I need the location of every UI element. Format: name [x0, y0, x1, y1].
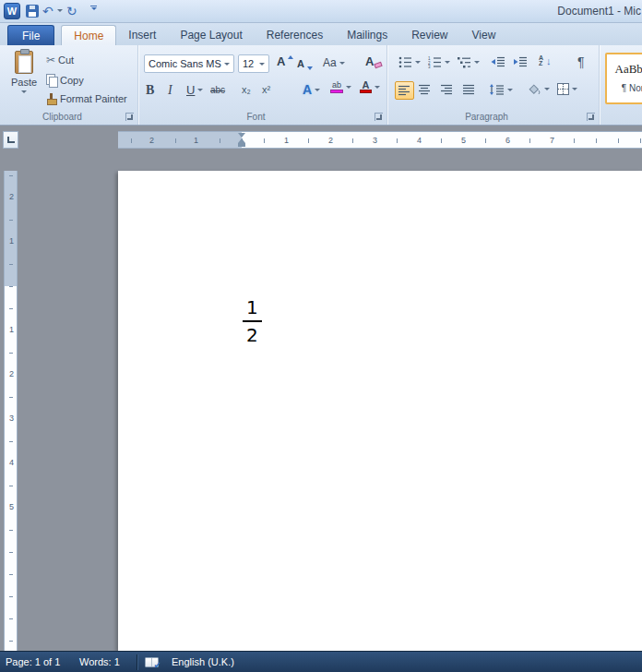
- document-page[interactable]: 1 2: [118, 171, 642, 651]
- multilevel-list-button[interactable]: [458, 56, 480, 68]
- word-window: W ↶ ↻ Document1 - Mic File Home Insert P…: [0, 0, 642, 672]
- format-painter-icon: [46, 93, 57, 104]
- language-indicator[interactable]: English (U.K.): [172, 652, 234, 672]
- tab-view[interactable]: View: [460, 25, 508, 45]
- quick-access-toolbar-menu-button[interactable]: [90, 6, 97, 10]
- undo-dropdown-arrow[interactable]: [57, 9, 63, 12]
- group-styles: AaBbC ¶ Nor: [600, 45, 642, 125]
- grow-font-letter: A: [277, 55, 285, 68]
- bullets-button[interactable]: [398, 56, 421, 68]
- paste-dropdown-arrow: [21, 90, 27, 93]
- ruler-number: 1: [193, 137, 199, 145]
- cut-button[interactable]: ✂ Cut: [46, 54, 74, 66]
- ruler-number: 4: [8, 459, 15, 467]
- ruler-number: 5: [8, 503, 15, 511]
- sort-arrow-icon: ↓: [546, 56, 552, 66]
- align-center-button[interactable]: [419, 84, 431, 95]
- left-indent-marker[interactable]: [238, 143, 245, 147]
- shading-button[interactable]: [528, 83, 550, 95]
- tab-references[interactable]: References: [255, 25, 335, 45]
- font-color-button[interactable]: A: [360, 80, 380, 93]
- word-count[interactable]: Words: 1: [79, 652, 120, 672]
- text-effects-button[interactable]: A: [303, 82, 320, 97]
- tab-home[interactable]: Home: [61, 25, 116, 45]
- undo-icon: ↶: [42, 4, 54, 18]
- bold-button[interactable]: B: [146, 83, 154, 98]
- format-painter-button[interactable]: Format Painter: [46, 93, 127, 104]
- strikethrough-button[interactable]: abc: [210, 85, 225, 95]
- align-center-icon: [419, 84, 431, 95]
- eraser-icon: [374, 62, 383, 68]
- group-paragraph: 123 AZ ↓ ¶: [387, 45, 600, 125]
- sort-letter-z: Z: [539, 61, 543, 66]
- clipboard-group-label: Clipboard: [0, 112, 125, 122]
- borders-button[interactable]: [557, 83, 577, 95]
- font-dialog-launcher[interactable]: [374, 113, 383, 121]
- shrink-font-button[interactable]: A: [297, 57, 313, 70]
- shrink-font-arrow-icon: [307, 66, 313, 70]
- left-tab-icon: [7, 137, 15, 143]
- superscript-button[interactable]: x²: [262, 84, 270, 95]
- font-size-combo[interactable]: 12: [238, 54, 269, 73]
- italic-button[interactable]: I: [168, 83, 172, 98]
- grow-font-button[interactable]: A: [277, 55, 293, 68]
- fraction-denominator: 2: [243, 322, 262, 346]
- tab-review[interactable]: Review: [399, 25, 459, 45]
- ruler-number: 4: [416, 137, 422, 145]
- word-app-icon[interactable]: W: [4, 3, 20, 19]
- increase-indent-button[interactable]: [513, 56, 528, 67]
- highlight-color-bar: [330, 90, 343, 93]
- align-right-icon: [441, 84, 453, 95]
- window-title: Document1 - Mic: [557, 5, 641, 18]
- increase-indent-icon: [513, 56, 528, 67]
- title-bar: W ↶ ↻ Document1 - Mic: [0, 0, 642, 23]
- vertical-ruler: 2 1 1 2 3 4 5: [4, 171, 18, 651]
- underline-button[interactable]: U: [186, 83, 203, 97]
- numbering-button[interactable]: 123: [428, 56, 450, 68]
- check-icon: ✔: [154, 661, 161, 670]
- svg-text:3: 3: [428, 65, 431, 68]
- fraction: 1 2: [243, 296, 262, 346]
- redo-button[interactable]: ↻: [66, 3, 77, 19]
- tab-page-layout[interactable]: Page Layout: [168, 25, 254, 45]
- line-spacing-button[interactable]: [489, 84, 513, 95]
- page-indicator[interactable]: Page: 1 of 1: [6, 652, 60, 672]
- align-left-button[interactable]: [395, 81, 414, 100]
- spellcheck-icon[interactable]: ✔: [145, 657, 159, 667]
- paragraph-dialog-launcher[interactable]: [587, 113, 595, 121]
- ruler-number: 2: [8, 370, 15, 378]
- text-highlight-color-button[interactable]: ab: [330, 80, 351, 93]
- font-name-combo[interactable]: Comic Sans MS: [144, 54, 234, 73]
- group-font: Comic Sans MS 12 A A Aa A B I U abc: [138, 45, 387, 125]
- clipboard-dialog-launcher[interactable]: [125, 113, 134, 121]
- subscript-button[interactable]: x₂: [242, 84, 251, 95]
- first-line-indent-marker[interactable]: [238, 133, 245, 138]
- copy-button[interactable]: Copy: [46, 74, 84, 86]
- change-case-button[interactable]: Aa: [323, 56, 345, 69]
- tab-mailings[interactable]: Mailings: [335, 25, 399, 45]
- superscript-letters: x²: [262, 84, 270, 95]
- tab-insert[interactable]: Insert: [116, 25, 168, 45]
- status-divider: [137, 654, 137, 670]
- horizontal-ruler: 2 1 1 2 3 4 5 6 7: [118, 131, 642, 149]
- decrease-indent-icon: [491, 56, 505, 67]
- paste-button[interactable]: Paste: [6, 51, 42, 93]
- show-hide-pilcrow-button[interactable]: ¶: [577, 55, 585, 68]
- ribbon: Paste ✂ Cut Copy Format Painter Clipboar…: [0, 45, 642, 126]
- ribbon-tab-row: File Home Insert Page Layout References …: [0, 23, 642, 45]
- save-icon[interactable]: [26, 5, 39, 18]
- clear-formatting-button[interactable]: A: [365, 55, 382, 68]
- ruler-number: 5: [460, 137, 467, 145]
- decrease-indent-button[interactable]: [491, 56, 505, 67]
- tab-file[interactable]: File: [7, 25, 54, 45]
- tab-selector-button[interactable]: [3, 131, 18, 149]
- sort-button[interactable]: AZ ↓: [539, 55, 552, 66]
- align-right-button[interactable]: [441, 84, 453, 95]
- group-clipboard: Paste ✂ Cut Copy Format Painter Clipboar…: [0, 45, 138, 125]
- justify-button[interactable]: [463, 84, 475, 95]
- ruler-number: 1: [8, 326, 15, 334]
- bold-letter: B: [146, 83, 154, 98]
- undo-button[interactable]: ↶: [42, 3, 54, 19]
- font-color-bar: [360, 90, 372, 93]
- style-normal-button[interactable]: AaBbC ¶ Nor: [605, 53, 642, 104]
